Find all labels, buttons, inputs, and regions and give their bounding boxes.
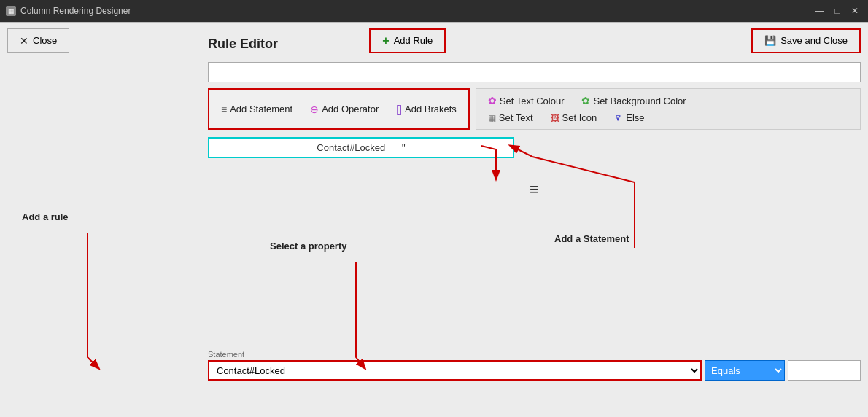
- add-brakets-button[interactable]: [] Add Brakets: [393, 102, 460, 117]
- add-statement-annotation: Add a Statement: [554, 233, 629, 244]
- bottom-left: ✕ Close: [7, 28, 69, 53]
- maximize-button[interactable]: □: [830, 4, 845, 18]
- set-icon-icon: 🖼: [551, 113, 559, 123]
- title-bar: ▦ Column Rendering Designer — □ ✕: [0, 0, 868, 22]
- statement-label: Statement: [208, 350, 861, 359]
- add-operator-icon: ⊖: [310, 104, 319, 115]
- toolbar-row: ≡ Add Statement ⊖ Add Operator [] Add Br…: [208, 88, 861, 130]
- add-rule-annotation: Add a rule: [22, 211, 69, 222]
- set-background-color-button[interactable]: ✿ Set Background Color: [578, 93, 689, 108]
- set-background-color-icon: ✿: [581, 95, 590, 106]
- window-title: Column Rendering Designer: [20, 6, 131, 16]
- else-button[interactable]: ⛛ Else: [611, 111, 647, 125]
- x-icon: ✕: [20, 35, 28, 47]
- toolbar-row-bottom: ▦ Set Text 🖼 Set Icon ⛛ Else: [485, 111, 851, 125]
- toolbar-row-top: ✿ Set Text Colour ✿ Set Background Color: [485, 93, 851, 108]
- set-text-button[interactable]: ▦ Set Text: [485, 111, 536, 125]
- set-text-colour-button[interactable]: ✿ Set Text Colour: [485, 93, 567, 108]
- main-area: Rule Editor ≡ Add Statement ⊖ Add Operat…: [0, 22, 868, 417]
- property-select[interactable]: Contact#Locked: [208, 360, 702, 381]
- window-close-button[interactable]: ✕: [848, 4, 862, 18]
- add-statement-button[interactable]: ≡ Add Statement: [218, 102, 295, 117]
- equals-symbol: ≡: [208, 180, 861, 199]
- toolbar-box-right: ✿ Set Text Colour ✿ Set Background Color…: [476, 88, 861, 130]
- else-icon: ⛛: [614, 113, 623, 123]
- value-input[interactable]: [788, 360, 861, 381]
- rule-text-input[interactable]: [208, 62, 861, 82]
- page-title: Rule Editor: [208, 36, 861, 52]
- add-operator-button[interactable]: ⊖ Add Operator: [307, 102, 381, 117]
- statement-display: Contact#Locked == '': [208, 137, 514, 158]
- content-area: Rule Editor ≡ Add Statement ⊖ Add Operat…: [201, 22, 868, 214]
- add-statement-icon: ≡: [221, 104, 227, 115]
- operator-select[interactable]: Equals: [705, 360, 785, 381]
- app-icon: ▦: [6, 6, 16, 16]
- select-property-annotation: Select a property: [270, 241, 347, 252]
- minimize-button[interactable]: —: [813, 4, 827, 18]
- statement-section: Statement Contact#Locked Equals: [201, 350, 868, 381]
- set-icon-button[interactable]: 🖼 Set Icon: [548, 111, 600, 125]
- set-text-colour-icon: ✿: [488, 95, 497, 106]
- toolbar-box-left: ≡ Add Statement ⊖ Add Operator [] Add Br…: [208, 88, 470, 130]
- set-text-icon: ▦: [488, 113, 496, 123]
- close-button[interactable]: ✕ Close: [7, 28, 69, 53]
- statement-controls: Contact#Locked Equals: [208, 360, 861, 381]
- title-bar-left: ▦ Column Rendering Designer: [6, 6, 131, 16]
- title-bar-controls[interactable]: — □ ✕: [813, 4, 862, 18]
- add-brakets-icon: []: [396, 104, 402, 115]
